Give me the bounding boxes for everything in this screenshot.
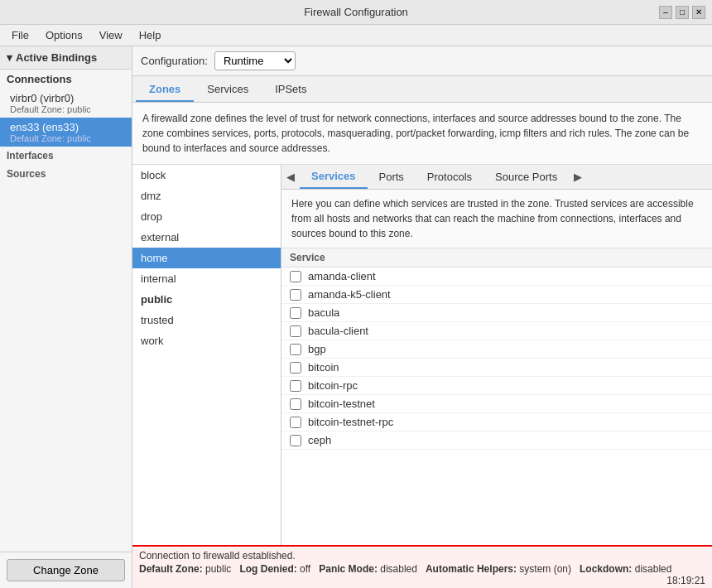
bitcoin-testnet-rpc-label: bitcoin-testnet-rpc <box>308 416 393 428</box>
services-panel: ◀ Services Ports Protocols Source Ports … <box>281 165 712 545</box>
services-sub-tab-protocols[interactable]: Protocols <box>416 166 483 188</box>
change-zone-button[interactable]: Change Zone <box>7 559 125 581</box>
connections-label: Connections <box>0 70 132 89</box>
zone-work[interactable]: work <box>132 330 281 351</box>
ens33-label: ens33 (ens33) <box>10 121 122 133</box>
list-item: bitcoin-rpc <box>281 377 712 395</box>
bitcoin-testnet-rpc-checkbox[interactable] <box>290 417 301 428</box>
status-bar: Connection to firewalld established. Def… <box>132 545 712 588</box>
zone-dmz[interactable]: dmz <box>132 186 281 206</box>
list-item: bacula-client <box>281 322 712 340</box>
menubar: File Options View Help <box>0 25 712 46</box>
active-bindings-header: ▾ Active Bindings <box>0 46 132 70</box>
services-list: Service amanda-client amanda-k5-client b… <box>281 248 712 545</box>
sidebar-item-ens33[interactable]: ens33 (ens33) Default Zone: public <box>0 118 132 147</box>
panic-mode-key: Panic Mode: <box>319 563 378 575</box>
bacula-client-label: bacula-client <box>308 325 368 337</box>
zone-public[interactable]: public <box>132 289 281 310</box>
chevron-down-icon: ▾ <box>7 51 12 64</box>
bitcoin-rpc-checkbox[interactable] <box>290 380 301 392</box>
bitcoin-label: bitcoin <box>308 361 339 374</box>
status-details-line: Default Zone: public Log Denied: off Pan… <box>139 563 705 575</box>
bitcoin-testnet-label: bitcoin-testnet <box>308 398 375 410</box>
list-item: ceph <box>281 431 712 450</box>
zone-trusted[interactable]: trusted <box>132 310 281 330</box>
zone-list: block dmz drop external home internal pu… <box>132 165 281 545</box>
auto-helpers-val: system (on) <box>519 563 571 575</box>
zones-description: A firewalld zone defines the level of tr… <box>132 103 712 165</box>
virbr0-label: virbr0 (virbr0) <box>10 92 122 104</box>
left-arrow-icon[interactable]: ◀ <box>281 167 300 186</box>
log-denied-val: off <box>300 563 310 575</box>
menu-help[interactable]: Help <box>131 27 170 43</box>
bgp-label: bgp <box>308 343 326 355</box>
menu-file[interactable]: File <box>3 27 37 43</box>
zone-internal[interactable]: internal <box>132 268 281 289</box>
right-arrow-icon[interactable]: ▶ <box>569 167 587 186</box>
menu-view[interactable]: View <box>91 27 131 43</box>
list-item: bacula <box>281 304 712 322</box>
virbr0-sublabel: Default Zone: public <box>10 104 122 114</box>
lockdown-key: Lockdown: <box>580 563 632 575</box>
panic-mode-val: disabled <box>380 563 417 575</box>
services-tab-bar: ◀ Services Ports Protocols Source Ports … <box>281 165 712 190</box>
bitcoin-rpc-label: bitcoin-rpc <box>308 379 358 392</box>
window-title: Firewall Configuration <box>304 6 408 18</box>
list-item: bitcoin-testnet <box>281 395 712 413</box>
sidebar-item-virbr0[interactable]: virbr0 (virbr0) Default Zone: public <box>0 89 132 118</box>
config-bar: Configuration: Runtime Permanent <box>132 46 712 76</box>
services-description: Here you can define which services are t… <box>281 190 712 248</box>
sidebar-sources-label: Sources <box>0 165 132 183</box>
titlebar: Firewall Configuration – □ ✕ <box>0 0 712 25</box>
zone-block[interactable]: block <box>132 165 281 186</box>
main-tab-bar: Zones Services IPSets <box>132 76 712 103</box>
default-zone-val: public <box>205 563 231 575</box>
zone-home[interactable]: home <box>132 248 281 268</box>
amanda-k5-client-label: amanda-k5-client <box>308 288 391 301</box>
sidebar-interfaces-label: Interfaces <box>0 147 132 165</box>
zone-external[interactable]: external <box>132 227 281 248</box>
menu-options[interactable]: Options <box>37 27 91 43</box>
services-sub-tab-services[interactable]: Services <box>300 165 368 189</box>
bacula-client-checkbox[interactable] <box>290 325 301 337</box>
ceph-checkbox[interactable] <box>290 435 301 446</box>
bitcoin-checkbox[interactable] <box>290 362 301 374</box>
bitcoin-testnet-checkbox[interactable] <box>290 398 301 410</box>
close-button[interactable]: ✕ <box>692 6 705 19</box>
tab-zones[interactable]: Zones <box>136 78 194 102</box>
zone-drop[interactable]: drop <box>132 206 281 227</box>
list-item: bgp <box>281 340 712 359</box>
ceph-label: ceph <box>308 434 331 446</box>
log-denied-key: Log Denied: <box>239 563 296 575</box>
lockdown-val: disabled <box>635 563 672 575</box>
list-item: bitcoin <box>281 359 712 377</box>
tab-services[interactable]: Services <box>194 78 262 102</box>
status-connection-line: Connection to firewalld established. <box>139 548 705 563</box>
content-area: Configuration: Runtime Permanent Zones S… <box>132 46 712 588</box>
services-sub-tab-ports[interactable]: Ports <box>368 166 416 188</box>
main-layout: ▾ Active Bindings Connections virbr0 (vi… <box>0 46 712 588</box>
window-controls: – □ ✕ <box>659 6 705 19</box>
configuration-select[interactable]: Runtime Permanent <box>214 51 296 70</box>
configuration-label: Configuration: <box>141 55 208 67</box>
maximize-button[interactable]: □ <box>676 6 689 19</box>
services-list-header: Service <box>281 248 712 267</box>
amanda-client-label: amanda-client <box>308 270 376 282</box>
amanda-k5-client-checkbox[interactable] <box>290 289 301 301</box>
amanda-client-checkbox[interactable] <box>290 271 301 282</box>
list-item: amanda-client <box>281 267 712 286</box>
split-pane: block dmz drop external home internal pu… <box>132 165 712 545</box>
sidebar: ▾ Active Bindings Connections virbr0 (vi… <box>0 46 132 588</box>
sidebar-footer: Change Zone <box>0 552 132 588</box>
clock-display: 18:19:21 <box>666 575 705 586</box>
bgp-checkbox[interactable] <box>290 344 301 355</box>
bacula-label: bacula <box>308 306 339 319</box>
list-item: bitcoin-testnet-rpc <box>281 413 712 431</box>
list-item: amanda-k5-client <box>281 286 712 304</box>
services-sub-tab-source-ports[interactable]: Source Ports <box>483 166 569 188</box>
bacula-checkbox[interactable] <box>290 307 301 319</box>
tab-ipsets[interactable]: IPSets <box>262 78 320 102</box>
default-zone-key: Default Zone: <box>139 563 203 575</box>
minimize-button[interactable]: – <box>659 6 672 19</box>
ens33-sublabel: Default Zone: public <box>10 133 122 143</box>
